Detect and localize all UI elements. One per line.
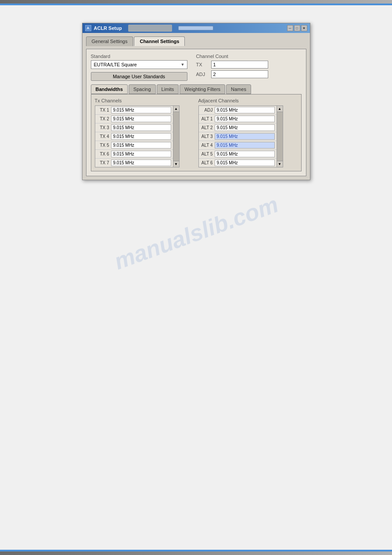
title-bar: A ACLR Setup ─ □ ✕ [83,23,310,33]
title-progress-bar [178,26,213,30]
manage-user-standards-button[interactable]: Manage User Standards [91,72,187,81]
watermark: manualslib.com [111,191,282,275]
close-button[interactable]: ✕ [301,25,307,31]
channels-container: Tx Channels TX 1 TX 2 [91,94,302,171]
standard-group: Standard EUTRA/LTE Square Manage User St… [91,54,187,81]
main-panel: Standard EUTRA/LTE Square Manage User St… [86,49,306,176]
tx2-input[interactable] [111,116,171,122]
dialog-body: General Settings Channel Settings Standa… [83,33,310,180]
dialog-title: ACLR Setup [94,25,122,31]
list-item: ALT 4 [199,141,277,150]
tx4-label: TX 4 [97,134,109,139]
adj-scroll-down[interactable]: ▼ [277,161,283,167]
channel-count-label: Channel Count [196,54,268,59]
sub-tab-weighting-filters[interactable]: Weighting Filters [180,84,225,94]
tx7-label: TX 7 [97,160,109,165]
adj-count-row: ADJ [196,70,268,78]
list-item: TX 1 [95,106,173,115]
main-tab-row: General Settings Channel Settings [86,36,306,46]
adj-channels-label: Adjacent Channels [198,98,298,103]
tx-scroll-down[interactable]: ▼ [173,161,179,167]
standard-select[interactable]: EUTRA/LTE Square [91,60,187,69]
alt1-label: ALT 1 [201,116,213,121]
list-item: ALT 1 [199,115,277,123]
title-bar-left: A ACLR Setup [85,25,213,32]
minimize-button[interactable]: ─ [287,25,293,31]
alt2-label: ALT 2 [201,125,213,130]
alt4-input[interactable] [215,142,275,149]
alt1-input[interactable] [215,116,275,122]
tx5-input[interactable] [111,142,171,149]
tx-channels-section: Tx Channels TX 1 TX 2 [95,98,194,167]
bottom-bar [0,550,392,555]
sub-tab-limits[interactable]: Limits [157,84,179,94]
tx3-input[interactable] [111,124,171,131]
list-item: TX 6 [95,150,173,159]
list-item: ALT 3 [199,132,277,141]
alt2-input[interactable] [215,124,275,131]
list-item: TX 7 [95,159,173,167]
page-content: A ACLR Setup ─ □ ✕ General Settings Chan… [0,5,392,198]
tx5-label: TX 5 [97,143,109,148]
title-blurred-text [128,25,172,32]
title-bar-controls: ─ □ ✕ [287,25,307,31]
tab-general-settings[interactable]: General Settings [86,36,133,46]
tx-channel-list: TX 1 TX 2 TX 3 [95,105,173,167]
sub-tab-names[interactable]: Names [226,84,251,94]
tx6-input[interactable] [111,151,171,157]
list-item: TX 5 [95,141,173,150]
tx-scroll-track [173,112,179,161]
standard-select-wrapper: EUTRA/LTE Square [91,60,187,69]
tx6-label: TX 6 [97,152,109,156]
adj-channels-section: Adjacent Channels ADJ ALT 1 [198,98,298,167]
alt6-label: ALT 6 [201,160,213,165]
standard-channel-row: Standard EUTRA/LTE Square Manage User St… [91,54,302,81]
alt5-label: ALT 5 [201,152,213,156]
top-bar [0,0,392,4]
tx-scroll-up[interactable]: ▲ [173,106,179,112]
adj-label: ADJ [201,108,213,112]
alt6-input[interactable] [215,160,275,166]
app-icon: A [85,25,91,31]
adj-scrollbar: ▲ ▼ [277,105,283,167]
list-item: ALT 2 [199,123,277,132]
tx1-label: TX 1 [97,108,109,112]
tx-channel-with-scroll: TX 1 TX 2 TX 3 [95,105,194,167]
adj-key-label: ADJ [196,72,209,77]
list-item: ALT 6 [199,159,277,167]
list-item: ADJ [199,106,277,115]
tx7-input[interactable] [111,160,171,166]
tx-count-row: TX [196,61,268,69]
alt4-label: ALT 4 [201,143,213,148]
tab-channel-settings[interactable]: Channel Settings [134,36,185,46]
standard-label: Standard [91,54,187,59]
tx-scrollbar: ▲ ▼ [173,105,180,167]
maximize-button[interactable]: □ [294,25,300,31]
list-item: TX 4 [95,132,173,141]
adj-channel-with-scroll: ADJ ALT 1 ALT 2 [198,105,298,167]
alt3-label: ALT 3 [201,134,213,139]
bottom-gray-bar [0,551,392,555]
adj-scroll-track [277,112,283,161]
tx-channels-label: Tx Channels [95,98,194,103]
adj-input[interactable] [215,107,275,113]
adj-scroll-up[interactable]: ▲ [277,106,283,112]
tx1-input[interactable] [111,107,171,113]
sub-tab-bandwidths[interactable]: Bandwidths [91,84,128,94]
tx2-label: TX 2 [97,116,109,121]
tx-count-input[interactable] [211,61,268,69]
dialog-window: A ACLR Setup ─ □ ✕ General Settings Chan… [82,23,310,180]
alt5-input[interactable] [215,151,275,157]
tx3-label: TX 3 [97,125,109,130]
tx4-input[interactable] [111,133,171,140]
tx-key-label: TX [196,62,209,67]
list-item: ALT 5 [199,150,277,159]
sub-tab-spacing[interactable]: Spacing [129,84,156,94]
list-item: TX 2 [95,115,173,123]
list-item: TX 3 [95,123,173,132]
adj-channel-list: ADJ ALT 1 ALT 2 [198,105,277,167]
sub-tab-row: Bandwidths Spacing Limits Weighting Filt… [91,84,302,94]
alt3-input[interactable] [215,133,275,140]
channel-count-group: Channel Count TX ADJ [196,54,268,78]
adj-count-input[interactable] [211,70,268,78]
